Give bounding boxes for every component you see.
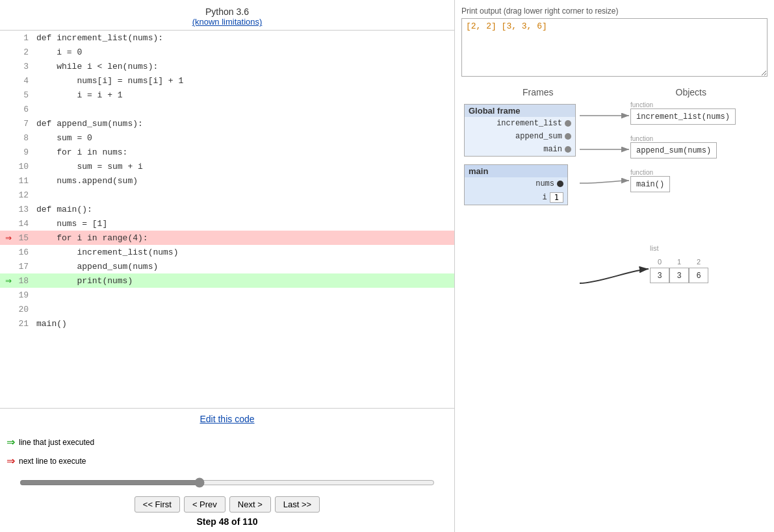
line-num-17: 17	[13, 259, 32, 273]
last-button[interactable]: Last >>	[275, 496, 320, 513]
line-num-1: 1	[13, 31, 32, 45]
line-arrow-10	[0, 159, 13, 173]
line-num-11: 11	[13, 173, 32, 188]
code-line-2: 2 i = 0	[0, 45, 454, 59]
next-button[interactable]: Next >	[229, 496, 271, 513]
prev-button[interactable]: < Prev	[184, 496, 226, 513]
line-num-12: 12	[13, 188, 32, 202]
line-arrow-16	[0, 245, 13, 259]
frame-row-nums: nums	[465, 177, 567, 190]
line-num-5: 5	[13, 88, 32, 102]
objects-col: function increment_list(nums) function a…	[578, 101, 768, 526]
code-line-15: ⇒15 for i in range(4):	[0, 231, 454, 245]
slider-area[interactable]	[0, 475, 454, 492]
line-code-11: nums.append(sum)	[32, 173, 454, 188]
line-num-14: 14	[13, 216, 32, 231]
frame-dot-main	[565, 146, 571, 153]
line-num-10: 10	[13, 159, 32, 173]
python-header: Python 3.6 (known limitations)	[0, 0, 454, 31]
objects-label: Objects	[676, 87, 706, 97]
frame-dot-increment-list	[565, 120, 571, 127]
code-line-11: 11 nums.append(sum)	[0, 173, 454, 188]
code-line-4: 4 nums[i] = nums[i] + 1	[0, 73, 454, 88]
main-frame-box: main nums i 1	[464, 164, 568, 205]
line-code-18: print(nums)	[32, 273, 454, 288]
line-code-5: i = i + 1	[32, 88, 454, 102]
frames-label: Frames	[522, 87, 553, 97]
frame-dot-append-sum	[565, 133, 571, 140]
green-arrow-icon: ⇒	[6, 433, 15, 452]
line-num-15: 15	[13, 231, 32, 245]
line-num-16: 16	[13, 245, 32, 259]
line-num-3: 3	[13, 59, 32, 73]
code-line-1: 1def increment_list(nums):	[0, 31, 454, 45]
line-code-14: nums = [1]	[32, 216, 454, 231]
line-num-20: 20	[13, 302, 32, 316]
legend-area: ⇒ line that just executed ⇒ next line to…	[0, 429, 454, 475]
line-arrow-12	[0, 188, 13, 202]
line-arrow-11	[0, 173, 13, 188]
print-output-box: [2, 2] [3, 3, 6]	[461, 18, 768, 77]
frame-var-nums: nums	[469, 179, 554, 188]
line-arrow-2	[0, 45, 13, 59]
line-code-6	[32, 102, 454, 116]
line-num-6: 6	[13, 102, 32, 116]
code-line-18: ⇒18 print(nums)	[0, 273, 454, 288]
frame-var-main: main	[469, 145, 562, 154]
code-line-14: 14 nums = [1]	[0, 216, 454, 231]
line-num-2: 2	[13, 45, 32, 59]
line-arrow-6	[0, 102, 13, 116]
line-num-19: 19	[13, 288, 32, 302]
frame-var-append-sum: append_sum	[469, 132, 562, 141]
line-arrow-8	[0, 131, 13, 145]
nav-buttons: << First < Prev Next > Last >>	[0, 492, 454, 516]
code-line-20: 20	[0, 302, 454, 316]
line-code-4: nums[i] = nums[i] + 1	[32, 73, 454, 88]
line-num-4: 4	[13, 73, 32, 88]
line-num-13: 13	[13, 202, 32, 216]
line-code-12	[32, 188, 454, 202]
line-num-18: 18	[13, 273, 32, 288]
line-arrow-3	[0, 59, 13, 73]
code-line-6: 6	[0, 102, 454, 116]
func-obj-increment-list: function increment_list(nums)	[630, 101, 736, 129]
line-arrow-13	[0, 202, 13, 216]
known-limitations-link[interactable]: (known limitations)	[192, 17, 263, 27]
python-title: Python 3.6	[0, 6, 454, 17]
legend-red-text: next line to execute	[19, 455, 86, 469]
line-num-8: 8	[13, 131, 32, 145]
code-line-21: 21main()	[0, 316, 454, 331]
frame-row-append-sum: append_sum	[465, 130, 575, 143]
line-arrow-1	[0, 31, 13, 45]
line-num-9: 9	[13, 145, 32, 159]
line-arrow-4	[0, 73, 13, 88]
code-area: 1def increment_list(nums):2 i = 03 while…	[0, 31, 454, 408]
line-arrow-17	[0, 259, 13, 273]
code-line-8: 8 sum = 0	[0, 131, 454, 145]
line-arrow-7	[0, 116, 13, 131]
edit-this-code-link[interactable]: Edit this code	[200, 414, 254, 424]
step-slider[interactable]	[19, 477, 435, 488]
line-num-7: 7	[13, 116, 32, 131]
line-arrow-20	[0, 302, 13, 316]
frame-val-i: 1	[550, 192, 563, 203]
list-obj: list 0 1 2 3 3 6	[650, 244, 708, 283]
global-frame-box: Global frame increment_list append_sum m…	[464, 104, 576, 157]
line-code-1: def increment_list(nums):	[32, 31, 454, 45]
frame-row-main: main	[465, 143, 575, 156]
line-code-15: for i in range(4):	[32, 231, 454, 245]
step-info: Step 48 of 110	[0, 516, 454, 532]
line-arrow-19	[0, 288, 13, 302]
line-code-7: def append_sum(nums):	[32, 116, 454, 131]
edit-link-area: Edit this code	[0, 408, 454, 429]
func-obj-main: function main()	[630, 169, 670, 196]
code-line-16: 16 increment_list(nums)	[0, 245, 454, 259]
line-arrow-14	[0, 216, 13, 231]
legend-green: ⇒ line that just executed	[6, 433, 448, 452]
frame-row-increment-list: increment_list	[465, 117, 575, 130]
line-code-2: i = 0	[32, 45, 454, 59]
fo-body: Global frame increment_list append_sum m…	[461, 101, 768, 526]
line-arrow-18: ⇒	[0, 273, 13, 288]
line-arrow-15: ⇒	[0, 231, 13, 245]
first-button[interactable]: << First	[135, 496, 180, 513]
